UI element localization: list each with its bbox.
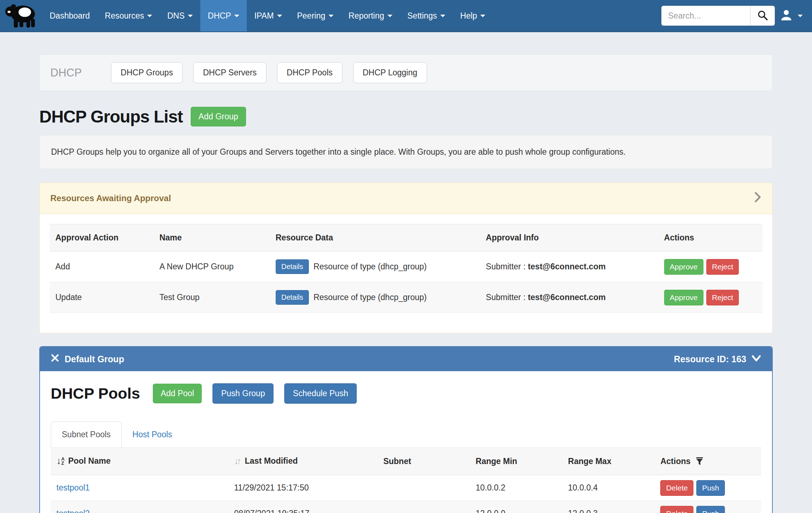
caret-down-icon bbox=[147, 15, 152, 17]
delete-button[interactable]: Delete bbox=[660, 506, 693, 513]
delete-button[interactable]: Delete bbox=[660, 480, 693, 496]
user-menu[interactable] bbox=[781, 9, 803, 23]
nav-item-peering[interactable]: Peering bbox=[290, 0, 341, 31]
caret-down-icon bbox=[277, 15, 282, 17]
nav-item-dns[interactable]: DNS bbox=[160, 0, 200, 31]
resource-type-text: Resource of type (dhcp_group) bbox=[314, 262, 427, 272]
approval-actions: Approve Reject bbox=[658, 282, 762, 313]
nav-label: Settings bbox=[407, 11, 437, 21]
search-icon bbox=[757, 10, 768, 22]
subnet-cell bbox=[377, 501, 470, 513]
col-name: Name bbox=[154, 224, 270, 251]
search-button[interactable] bbox=[750, 6, 775, 25]
approval-action: Update bbox=[50, 282, 154, 313]
caret-down-icon bbox=[480, 15, 485, 17]
group-panel-body: DHCP Pools Add Pool Push Group Schedule … bbox=[40, 371, 772, 513]
chevron-right-icon[interactable] bbox=[754, 191, 762, 205]
col-subnet: Subnet bbox=[377, 448, 470, 475]
caret-down-icon bbox=[234, 15, 239, 17]
subnav-title: DHCP bbox=[50, 66, 82, 79]
top-navbar: Dashboard Resources DNS DHCP IPAM Peerin… bbox=[0, 0, 812, 32]
push-group-button[interactable]: Push Group bbox=[212, 383, 274, 404]
nav-label: Dashboard bbox=[50, 11, 90, 21]
group-panel-header: Default Group Resource ID: 163 bbox=[40, 347, 772, 371]
col-pool-name[interactable]: ↓AZ Pool Name bbox=[51, 448, 229, 475]
details-button[interactable]: Details bbox=[276, 290, 309, 305]
resource-id-label: Resource ID: 163 bbox=[674, 354, 746, 364]
dhcp-pools-button[interactable]: DHCP Pools bbox=[277, 62, 342, 83]
details-button[interactable]: Details bbox=[276, 259, 309, 274]
nav-item-ipam[interactable]: IPAM bbox=[247, 0, 290, 31]
resource-id-toggle[interactable]: Resource ID: 163 bbox=[674, 354, 761, 364]
approve-button[interactable]: Approve bbox=[664, 259, 703, 275]
add-group-button[interactable]: Add Group bbox=[191, 107, 246, 126]
col-range-max: Range Max bbox=[562, 448, 655, 475]
nav-item-help[interactable]: Help bbox=[453, 0, 493, 31]
push-button[interactable]: Push bbox=[696, 506, 725, 513]
approval-row: Update Test Group Details Resource of ty… bbox=[50, 282, 762, 313]
push-button[interactable]: Push bbox=[696, 480, 725, 496]
approval-panel-title: Resources Awaiting Approval bbox=[50, 193, 171, 203]
approval-name: Test Group bbox=[154, 282, 270, 313]
pool-link[interactable]: testpool1 bbox=[56, 483, 90, 492]
sort-updown-icon[interactable]: ↓↑ bbox=[234, 457, 241, 465]
brand-logo[interactable] bbox=[0, 0, 42, 31]
pool-row: testpool2 08/07/2021 19:35:17 12.0.0.0 1… bbox=[51, 501, 761, 513]
approval-table: Approval Action Name Resource Data Appro… bbox=[50, 224, 762, 313]
resource-type-text: Resource of type (dhcp_group) bbox=[314, 293, 427, 302]
nav-label: DNS bbox=[167, 11, 185, 21]
sort-alpha-desc-icon[interactable]: ↓AZ bbox=[56, 456, 65, 466]
subnet-cell bbox=[377, 475, 470, 501]
tab-host-pools[interactable]: Host Pools bbox=[122, 422, 183, 447]
range-max-cell: 12.0.0.3 bbox=[562, 501, 655, 513]
schedule-push-button[interactable]: Schedule Push bbox=[284, 383, 357, 404]
nav-label: Reporting bbox=[349, 11, 384, 21]
col-actions: Actions bbox=[658, 224, 762, 251]
user-icon bbox=[781, 9, 792, 23]
reject-button[interactable]: Reject bbox=[706, 290, 739, 305]
approve-button[interactable]: Approve bbox=[664, 290, 703, 305]
submitter-label: Submitter : bbox=[486, 293, 526, 302]
approval-panel-header[interactable]: Resources Awaiting Approval bbox=[40, 183, 772, 214]
search-input[interactable] bbox=[662, 6, 750, 25]
range-min-cell: 12.0.0.0 bbox=[470, 501, 562, 513]
col-last-modified[interactable]: ↓↑ Last Modified bbox=[229, 448, 378, 475]
nav-item-resources[interactable]: Resources bbox=[97, 0, 160, 31]
pool-link[interactable]: testpool2 bbox=[56, 509, 90, 513]
page-heading: DHCP Groups List Add Group bbox=[39, 107, 773, 126]
col-approval-info: Approval Info bbox=[480, 224, 658, 251]
last-modified-cell: 08/07/2021 19:35:17 bbox=[229, 501, 378, 513]
approval-row: Add A New DHCP Group Details Resource of… bbox=[50, 251, 762, 282]
dhcp-logging-button[interactable]: DHCP Logging bbox=[353, 62, 427, 83]
approval-name: A New DHCP Group bbox=[154, 251, 270, 282]
col-label: Last Modified bbox=[245, 456, 298, 466]
nav-item-dhcp[interactable]: DHCP bbox=[200, 0, 247, 31]
caret-down-icon bbox=[188, 15, 193, 17]
pool-name-cell: testpool2 bbox=[51, 501, 229, 513]
caret-down-icon bbox=[329, 15, 334, 17]
nav-label: Resources bbox=[105, 11, 144, 21]
description-text: DHCP Groups help you to organize all of … bbox=[51, 147, 626, 156]
add-pool-button[interactable]: Add Pool bbox=[153, 384, 202, 403]
dhcp-groups-button[interactable]: DHCP Groups bbox=[111, 62, 183, 83]
reject-button[interactable]: Reject bbox=[706, 259, 739, 275]
pool-actions-cell: Delete Push bbox=[655, 501, 761, 513]
nav-item-dashboard[interactable]: Dashboard bbox=[42, 0, 97, 31]
nav-item-settings[interactable]: Settings bbox=[400, 0, 453, 31]
close-icon[interactable] bbox=[51, 354, 59, 364]
col-resource-data: Resource Data bbox=[270, 224, 480, 251]
pools-table-header-row: ↓AZ Pool Name ↓↑ Last Modified Subnet Ra… bbox=[51, 448, 761, 475]
dhcp-servers-button[interactable]: DHCP Servers bbox=[193, 62, 266, 83]
tab-subnet-pools[interactable]: Subnet Pools bbox=[51, 422, 122, 447]
page-title: DHCP Groups List bbox=[39, 107, 183, 126]
approval-panel: Resources Awaiting Approval Approval Act… bbox=[39, 183, 773, 333]
approval-table-header-row: Approval Action Name Resource Data Appro… bbox=[50, 224, 762, 251]
submitter-label: Submitter : bbox=[486, 262, 526, 271]
col-pool-actions: Actions bbox=[655, 448, 761, 475]
nav-label: Help bbox=[460, 11, 477, 21]
approval-actions: Approve Reject bbox=[658, 251, 762, 282]
approval-panel-body: Approval Action Name Resource Data Appro… bbox=[40, 214, 772, 333]
nav-item-reporting[interactable]: Reporting bbox=[341, 0, 400, 31]
nav-label: DHCP bbox=[208, 11, 231, 21]
filter-icon[interactable] bbox=[696, 457, 703, 466]
